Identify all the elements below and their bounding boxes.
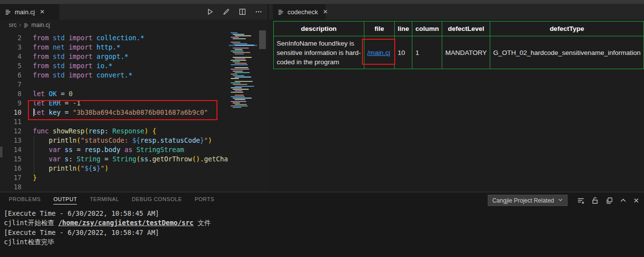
code-line-14[interactable]: 14 var ss = resp.body as StringStream bbox=[0, 145, 267, 154]
minimap-line bbox=[233, 61, 240, 62]
panel-tab-debug-console[interactable]: DEBUG CONSOLE bbox=[132, 196, 182, 205]
code-line-3[interactable]: 3from net import http.* bbox=[0, 43, 267, 52]
code-line-4[interactable]: 4from std import argopt.* bbox=[0, 52, 267, 61]
close-tab-icon[interactable]: ✕ bbox=[321, 8, 329, 16]
minimap-line bbox=[233, 71, 243, 72]
code-line-12[interactable]: 12func showResp(resp: Response) { bbox=[0, 127, 267, 136]
code-line-8[interactable]: 8let OK = 0 bbox=[0, 89, 267, 99]
code-text: from std import collection.* bbox=[22, 33, 144, 43]
output-channel-value: Cangjie Project Related bbox=[492, 197, 554, 204]
header-defectType: defectType bbox=[490, 22, 644, 36]
minimap-line bbox=[231, 101, 246, 102]
minimap-line bbox=[235, 45, 254, 46]
tab-label: main.cj bbox=[15, 8, 35, 16]
minimap-line bbox=[235, 90, 242, 91]
code-line-13[interactable]: 13 println("statusCode: ${resp.statusCod… bbox=[0, 136, 267, 145]
more-actions-icon[interactable] bbox=[255, 8, 262, 16]
output-log[interactable]: [Execute Time - 6/30/2022, 10:58:45 AM]c… bbox=[4, 209, 636, 247]
minimap-line bbox=[235, 77, 251, 77]
output-line: cjlint开始检查 /home/zsy/cangjietest/testDem… bbox=[4, 218, 636, 228]
code-line-2[interactable]: 2from std import collection.* bbox=[0, 33, 267, 43]
cell-description: SenInfoName found!key is sensitive infor… bbox=[274, 36, 364, 69]
minimap-line bbox=[233, 75, 244, 76]
pencil-icon[interactable] bbox=[222, 8, 230, 16]
header-column: column bbox=[412, 22, 442, 36]
close-tab-icon[interactable]: ✕ bbox=[38, 8, 46, 16]
file-lines-icon bbox=[5, 9, 11, 15]
line-number: 2 bbox=[0, 33, 22, 43]
clear-output-icon[interactable] bbox=[577, 197, 585, 205]
minimap-line bbox=[235, 104, 247, 105]
minimap-line bbox=[231, 32, 238, 33]
unlock-icon[interactable] bbox=[591, 197, 599, 205]
code-text: println("statusCode: ${resp.statusCode}"… bbox=[22, 136, 212, 145]
minimap-line bbox=[233, 52, 250, 53]
minimap-line bbox=[235, 86, 254, 87]
minimap-line bbox=[233, 84, 247, 85]
cell-defectType: G_OTH_02_hardcode_sensitivename_informat… bbox=[490, 36, 644, 69]
cell-column: 1 bbox=[412, 36, 442, 69]
code-editor[interactable]: 2from std import collection.*3from net i… bbox=[0, 30, 267, 192]
code-line-5[interactable]: 5from std import io.* bbox=[0, 61, 267, 71]
minimap-line bbox=[231, 78, 239, 79]
close-panel-icon[interactable]: ✕ bbox=[633, 197, 639, 205]
code-text: let OK = 0 bbox=[22, 89, 72, 99]
line-number: 9 bbox=[0, 99, 22, 108]
tab-main-cj[interactable]: main.cj ✕ bbox=[0, 4, 59, 20]
minimap-line bbox=[235, 35, 251, 36]
panel-tab-problems[interactable]: PROBLEMS bbox=[9, 196, 41, 205]
minimap-line bbox=[235, 99, 245, 100]
editor-action-bar bbox=[206, 4, 262, 20]
line-number: 12 bbox=[0, 127, 22, 136]
output-line: cjlint检查完毕 bbox=[4, 237, 636, 247]
tab-codecheck[interactable]: codecheck ✕ bbox=[273, 4, 326, 20]
line-number: 18 bbox=[0, 182, 22, 192]
minimap-line bbox=[233, 57, 252, 58]
minimap-line bbox=[231, 51, 243, 51]
minimap-line bbox=[233, 103, 240, 103]
code-line-16[interactable]: 16 println("${s}") bbox=[0, 164, 267, 173]
code-text: from std import argopt.* bbox=[22, 52, 128, 61]
panel-tab-terminal[interactable]: TERMINAL bbox=[90, 196, 119, 205]
output-channel-select[interactable]: Cangjie Project Related bbox=[488, 195, 568, 206]
maximize-panel-icon[interactable] bbox=[620, 197, 627, 204]
table-row: SenInfoName found!key is sensitive infor… bbox=[274, 36, 644, 69]
minimap-line bbox=[235, 95, 244, 96]
code-text bbox=[22, 182, 33, 192]
code-line-18[interactable]: 18 bbox=[0, 182, 267, 192]
minimap-line bbox=[235, 53, 244, 54]
minimap-line bbox=[235, 72, 250, 73]
code-line-7[interactable]: 7 bbox=[0, 80, 267, 89]
line-number: 17 bbox=[0, 173, 22, 182]
code-text: from net import http.* bbox=[22, 43, 120, 52]
tab-label: codecheck bbox=[287, 8, 318, 16]
left-edge-handle[interactable] bbox=[0, 147, 2, 157]
output-path-link[interactable]: /home/zsy/cangjietest/testDemo/src bbox=[58, 219, 193, 227]
code-text: } bbox=[22, 173, 37, 182]
line-number: 4 bbox=[0, 52, 22, 61]
minimap-line bbox=[231, 74, 238, 75]
split-editor-icon[interactable] bbox=[239, 8, 246, 16]
open-output-in-editor-icon[interactable] bbox=[605, 197, 613, 205]
scrollbar-thumb[interactable] bbox=[259, 30, 266, 49]
minimap-line bbox=[231, 42, 240, 43]
code-line-15[interactable]: 15 var s: String = String(ss.getOrThrow(… bbox=[0, 154, 267, 164]
breadcrumb: src › main.cj bbox=[0, 20, 267, 30]
code-text: from std import convert.* bbox=[22, 71, 132, 80]
panel-tab-output[interactable]: OUTPUT bbox=[53, 196, 77, 205]
minimap-line bbox=[231, 69, 249, 70]
file-lines-icon bbox=[24, 23, 29, 28]
minimap-line bbox=[231, 92, 243, 93]
breadcrumb-file[interactable]: main.cj bbox=[31, 22, 50, 28]
minimap-line bbox=[233, 107, 241, 108]
minimap-line bbox=[233, 38, 246, 39]
line-number: 3 bbox=[0, 43, 22, 52]
breadcrumb-folder[interactable]: src bbox=[9, 22, 17, 28]
run-icon[interactable] bbox=[206, 8, 214, 16]
panel-tab-ports[interactable]: PORTS bbox=[194, 196, 214, 205]
code-line-17[interactable]: 17} bbox=[0, 173, 267, 182]
minimap[interactable] bbox=[229, 30, 257, 192]
panel-tab-bar: PROBLEMSOUTPUTTERMINALDEBUG CONSOLEPORTS bbox=[9, 196, 215, 205]
code-line-6[interactable]: 6from std import convert.* bbox=[0, 71, 267, 80]
editor-scrollbar[interactable] bbox=[258, 30, 267, 192]
